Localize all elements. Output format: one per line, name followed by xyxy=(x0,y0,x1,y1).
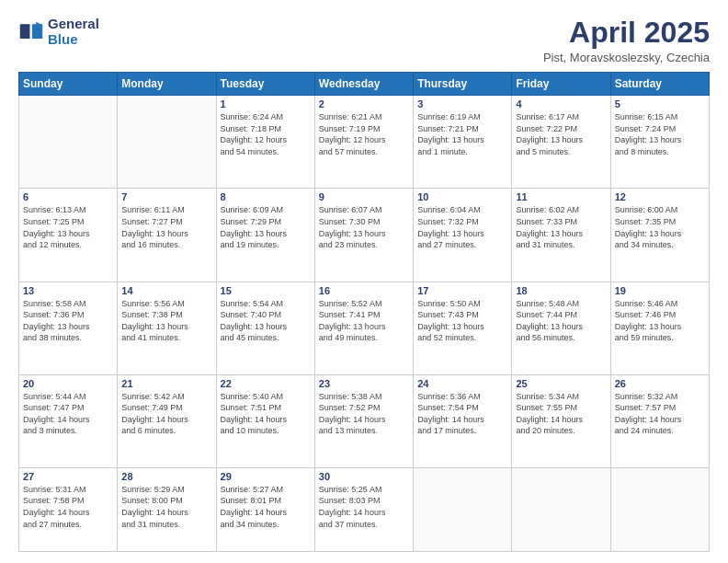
weekday-header-row: SundayMondayTuesdayWednesdayThursdayFrid… xyxy=(19,73,710,96)
weekday-header-sunday: Sunday xyxy=(19,73,118,96)
day-info: Sunrise: 6:17 AM Sunset: 7:22 PM Dayligh… xyxy=(516,111,606,157)
calendar-cell: 19Sunrise: 5:46 AM Sunset: 7:46 PM Dayli… xyxy=(610,282,709,374)
day-number: 17 xyxy=(417,285,507,296)
calendar-cell xyxy=(414,467,512,551)
day-info: Sunrise: 5:32 AM Sunset: 7:57 PM Dayligh… xyxy=(615,391,705,437)
calendar-cell: 18Sunrise: 5:48 AM Sunset: 7:44 PM Dayli… xyxy=(512,282,610,374)
calendar-cell: 5Sunrise: 6:15 AM Sunset: 7:24 PM Daylig… xyxy=(610,96,709,189)
day-number: 22 xyxy=(221,378,311,389)
calendar-cell: 24Sunrise: 5:36 AM Sunset: 7:54 PM Dayli… xyxy=(414,374,512,467)
calendar-cell: 20Sunrise: 5:44 AM Sunset: 7:47 PM Dayli… xyxy=(19,374,118,467)
weekday-header-friday: Friday xyxy=(512,73,610,96)
calendar-cell: 8Sunrise: 6:09 AM Sunset: 7:29 PM Daylig… xyxy=(216,189,314,282)
weekday-header-tuesday: Tuesday xyxy=(216,73,314,96)
day-info: Sunrise: 6:15 AM Sunset: 7:24 PM Dayligh… xyxy=(615,111,705,157)
calendar-cell: 29Sunrise: 5:27 AM Sunset: 8:01 PM Dayli… xyxy=(216,467,314,551)
week-row-5: 27Sunrise: 5:31 AM Sunset: 7:58 PM Dayli… xyxy=(19,467,710,551)
calendar-cell: 4Sunrise: 6:17 AM Sunset: 7:22 PM Daylig… xyxy=(512,96,610,189)
day-info: Sunrise: 6:21 AM Sunset: 7:19 PM Dayligh… xyxy=(319,111,409,157)
calendar-cell: 25Sunrise: 5:34 AM Sunset: 7:55 PM Dayli… xyxy=(512,374,610,467)
calendar-cell: 7Sunrise: 6:11 AM Sunset: 7:27 PM Daylig… xyxy=(118,189,216,282)
day-number: 14 xyxy=(121,285,211,296)
weekday-header-thursday: Thursday xyxy=(414,73,512,96)
calendar-cell: 3Sunrise: 6:19 AM Sunset: 7:21 PM Daylig… xyxy=(414,96,512,189)
week-row-1: 1Sunrise: 6:24 AM Sunset: 7:18 PM Daylig… xyxy=(19,96,710,189)
day-number: 8 xyxy=(221,191,311,202)
day-info: Sunrise: 5:52 AM Sunset: 7:41 PM Dayligh… xyxy=(319,298,409,344)
day-info: Sunrise: 5:42 AM Sunset: 7:49 PM Dayligh… xyxy=(121,391,211,437)
calendar-cell: 9Sunrise: 6:07 AM Sunset: 7:30 PM Daylig… xyxy=(314,189,413,282)
day-number: 16 xyxy=(319,285,409,296)
weekday-header-monday: Monday xyxy=(118,73,216,96)
calendar-cell: 10Sunrise: 6:04 AM Sunset: 7:32 PM Dayli… xyxy=(414,189,512,282)
calendar-cell: 6Sunrise: 6:13 AM Sunset: 7:25 PM Daylig… xyxy=(19,189,118,282)
day-info: Sunrise: 5:40 AM Sunset: 7:51 PM Dayligh… xyxy=(221,391,311,437)
day-info: Sunrise: 6:09 AM Sunset: 7:29 PM Dayligh… xyxy=(221,204,311,250)
day-number: 11 xyxy=(516,191,606,202)
day-info: Sunrise: 5:31 AM Sunset: 7:58 PM Dayligh… xyxy=(23,484,113,530)
day-info: Sunrise: 5:29 AM Sunset: 8:00 PM Dayligh… xyxy=(121,484,211,530)
day-number: 20 xyxy=(23,378,113,389)
logo-icon xyxy=(18,19,44,45)
week-row-3: 13Sunrise: 5:58 AM Sunset: 7:36 PM Dayli… xyxy=(19,282,710,374)
calendar-cell: 30Sunrise: 5:25 AM Sunset: 8:03 PM Dayli… xyxy=(314,467,413,551)
weekday-header-saturday: Saturday xyxy=(610,73,709,96)
calendar-cell: 1Sunrise: 6:24 AM Sunset: 7:18 PM Daylig… xyxy=(216,96,314,189)
day-number: 21 xyxy=(121,378,211,389)
page: General Blue April 2025 Pist, Moravskosl… xyxy=(0,0,728,563)
day-info: Sunrise: 6:24 AM Sunset: 7:18 PM Dayligh… xyxy=(221,111,311,157)
calendar-cell xyxy=(118,96,216,189)
calendar-cell xyxy=(19,96,118,189)
weekday-header-wednesday: Wednesday xyxy=(314,73,413,96)
day-info: Sunrise: 5:27 AM Sunset: 8:01 PM Dayligh… xyxy=(221,484,311,530)
calendar-cell: 14Sunrise: 5:56 AM Sunset: 7:38 PM Dayli… xyxy=(118,282,216,374)
day-info: Sunrise: 6:07 AM Sunset: 7:30 PM Dayligh… xyxy=(319,204,409,250)
logo: General Blue xyxy=(18,17,99,47)
day-number: 7 xyxy=(121,191,211,202)
location-subtitle: Pist, Moravskoslezsky, Czechia xyxy=(543,51,710,64)
day-number: 18 xyxy=(516,285,606,296)
day-number: 10 xyxy=(417,191,507,202)
day-number: 3 xyxy=(417,98,507,109)
week-row-2: 6Sunrise: 6:13 AM Sunset: 7:25 PM Daylig… xyxy=(19,189,710,282)
calendar-cell: 11Sunrise: 6:02 AM Sunset: 7:33 PM Dayli… xyxy=(512,189,610,282)
day-number: 13 xyxy=(23,285,113,296)
title-block: April 2025 Pist, Moravskoslezsky, Czechi… xyxy=(543,17,710,64)
day-info: Sunrise: 6:04 AM Sunset: 7:32 PM Dayligh… xyxy=(417,204,507,250)
day-info: Sunrise: 5:36 AM Sunset: 7:54 PM Dayligh… xyxy=(417,391,507,437)
day-number: 28 xyxy=(121,471,211,482)
day-info: Sunrise: 6:00 AM Sunset: 7:35 PM Dayligh… xyxy=(615,204,705,250)
day-info: Sunrise: 6:19 AM Sunset: 7:21 PM Dayligh… xyxy=(417,111,507,157)
calendar-table: SundayMondayTuesdayWednesdayThursdayFrid… xyxy=(18,72,710,552)
day-info: Sunrise: 5:54 AM Sunset: 7:40 PM Dayligh… xyxy=(221,298,311,344)
day-info: Sunrise: 6:11 AM Sunset: 7:27 PM Dayligh… xyxy=(121,204,211,250)
day-number: 1 xyxy=(221,98,311,109)
day-info: Sunrise: 5:50 AM Sunset: 7:43 PM Dayligh… xyxy=(417,298,507,344)
calendar-cell xyxy=(512,467,610,551)
day-info: Sunrise: 5:58 AM Sunset: 7:36 PM Dayligh… xyxy=(23,298,113,344)
day-number: 26 xyxy=(615,378,705,389)
day-number: 2 xyxy=(319,98,409,109)
logo-text: General Blue xyxy=(48,17,99,47)
day-number: 27 xyxy=(23,471,113,482)
calendar-cell: 23Sunrise: 5:38 AM Sunset: 7:52 PM Dayli… xyxy=(314,374,413,467)
day-number: 12 xyxy=(615,191,705,202)
day-info: Sunrise: 5:44 AM Sunset: 7:47 PM Dayligh… xyxy=(23,391,113,437)
calendar-cell: 2Sunrise: 6:21 AM Sunset: 7:19 PM Daylig… xyxy=(314,96,413,189)
day-number: 29 xyxy=(221,471,311,482)
header: General Blue April 2025 Pist, Moravskosl… xyxy=(18,17,710,64)
day-info: Sunrise: 5:34 AM Sunset: 7:55 PM Dayligh… xyxy=(516,391,606,437)
day-info: Sunrise: 5:38 AM Sunset: 7:52 PM Dayligh… xyxy=(319,391,409,437)
calendar-cell: 17Sunrise: 5:50 AM Sunset: 7:43 PM Dayli… xyxy=(414,282,512,374)
month-title: April 2025 xyxy=(543,17,710,49)
calendar-cell: 12Sunrise: 6:00 AM Sunset: 7:35 PM Dayli… xyxy=(610,189,709,282)
calendar-cell: 15Sunrise: 5:54 AM Sunset: 7:40 PM Dayli… xyxy=(216,282,314,374)
day-info: Sunrise: 5:46 AM Sunset: 7:46 PM Dayligh… xyxy=(615,298,705,344)
day-info: Sunrise: 5:25 AM Sunset: 8:03 PM Dayligh… xyxy=(319,484,409,530)
day-number: 5 xyxy=(615,98,705,109)
calendar-cell: 13Sunrise: 5:58 AM Sunset: 7:36 PM Dayli… xyxy=(19,282,118,374)
day-number: 24 xyxy=(417,378,507,389)
day-info: Sunrise: 5:56 AM Sunset: 7:38 PM Dayligh… xyxy=(121,298,211,344)
calendar-cell xyxy=(610,467,709,551)
day-number: 25 xyxy=(516,378,606,389)
